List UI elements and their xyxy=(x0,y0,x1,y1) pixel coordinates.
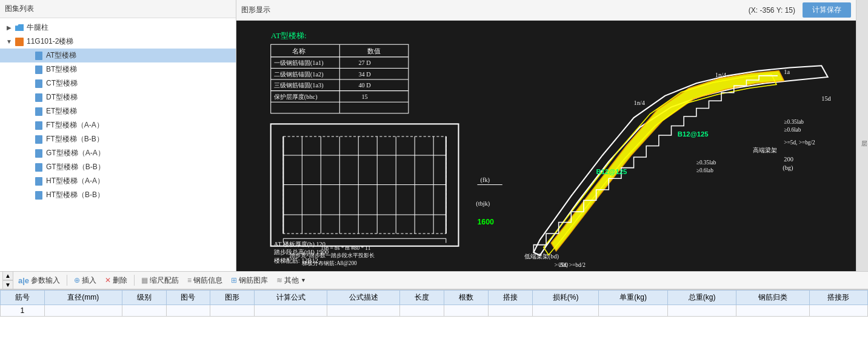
param-input-button[interactable]: a|e 参数输入 xyxy=(15,274,64,287)
tree-label: HT型楼梯（A-A） xyxy=(46,176,104,186)
left-panel: 图集列表 ▶牛腿柱▼11G101-2楼梯AT型楼梯BT型楼梯CT型楼梯DT型楼梯… xyxy=(0,0,236,271)
sep2 xyxy=(134,275,135,286)
cell-1-12[interactable] xyxy=(667,305,736,317)
col-header-1: 直径(mm) xyxy=(44,291,122,305)
other-label: 其他 xyxy=(284,275,299,286)
main-container: 图集列表 ▶牛腿柱▼11G101-2楼梯AT型楼梯BT型楼梯CT型楼梯DT型楼梯… xyxy=(0,0,868,271)
page-icon xyxy=(34,177,44,186)
tree-item-gt-aa[interactable]: GT型楼梯（A-A） xyxy=(0,146,236,160)
right-panel: 图形显示 (X: -356 Y: 15) 计算保存 AT型楼梯: 名称 数值 xyxy=(236,0,856,271)
table-header-row: 筋号直径(mm)级别图号图形计算公式公式描述长度根数搭接损耗(%)单重(kg)总… xyxy=(1,291,868,305)
svg-text:一级钢筋锚固(1a1): 一级钢筋锚固(1a1) xyxy=(274,59,324,67)
svg-text:名称: 名称 xyxy=(292,47,305,55)
tree-item-et[interactable]: ET型楼梯 xyxy=(0,104,236,118)
svg-text:1sn = bs * m #80 * 11: 1sn = bs * m #80 * 11 xyxy=(321,245,370,251)
col-header-13: 钢筋归类 xyxy=(736,291,809,305)
tree-label: GT型楼梯（A-A） xyxy=(46,148,105,158)
svg-text:27 D: 27 D xyxy=(358,59,371,66)
cell-1-5[interactable] xyxy=(255,305,327,317)
tree-label: 牛腿柱 xyxy=(27,22,48,33)
left-panel-header: 图集列表 xyxy=(0,0,236,18)
tree-label: FT型楼梯（B-B） xyxy=(46,134,104,144)
delete-icon: ✕ xyxy=(105,276,111,284)
page-icon xyxy=(34,190,44,200)
tree-label: AT型楼梯 xyxy=(46,50,76,61)
move-down-button[interactable]: ▼ xyxy=(2,280,13,289)
cell-1-8[interactable] xyxy=(444,305,489,317)
spacer xyxy=(24,121,33,130)
move-up-button[interactable]: ▲ xyxy=(2,271,13,280)
svg-text:≥0.35lab: ≥0.35lab xyxy=(696,160,716,166)
rebar-info-button[interactable]: ≡ 钢筋信息 xyxy=(184,274,226,287)
dim-config-icon: ▦ xyxy=(141,276,148,284)
cell-1-6[interactable] xyxy=(327,305,400,317)
calc-save-button[interactable]: 计算保存 xyxy=(803,2,851,18)
tree-item-ft-bb[interactable]: FT型楼梯（B-B） xyxy=(0,132,236,146)
spacer xyxy=(24,93,33,102)
page-icon xyxy=(34,107,44,116)
col-header-10: 损耗(%) xyxy=(532,291,599,305)
spacer xyxy=(24,79,33,88)
svg-text:二级钢筋锚固(1a2): 二级钢筋锚固(1a2) xyxy=(274,71,324,78)
svg-text:200: 200 xyxy=(559,261,568,268)
rebar-diagram-button[interactable]: ⊞ 钢筋图库 xyxy=(227,274,272,287)
cell-1-14[interactable] xyxy=(809,305,868,317)
svg-text:AT 楼板厚度(h) 120: AT 楼板厚度(h) 120 xyxy=(274,241,326,248)
tree-label: FT型楼梯（A-A） xyxy=(46,120,104,130)
rebar-info-icon: ≡ xyxy=(187,276,192,284)
cell-1-10[interactable] xyxy=(532,305,599,317)
col-header-3: 图号 xyxy=(166,291,210,305)
spacer xyxy=(24,177,33,186)
tree-item-ht-bb[interactable]: HT型楼梯（B-B） xyxy=(0,188,236,202)
right-edge: 层 xyxy=(856,0,868,271)
svg-text:三级钢筋锚固(1a3): 三级钢筋锚固(1a3) xyxy=(274,82,324,89)
table-body: 1 xyxy=(1,305,868,317)
insert-label: 插入 xyxy=(82,275,96,286)
tree-item-11g101[interactable]: ▼11G101-2楼梯 xyxy=(0,35,236,49)
tree-item-ct[interactable]: CT型楼梯 xyxy=(0,76,236,90)
delete-button[interactable]: ✕ 删除 xyxy=(101,274,131,287)
spacer xyxy=(24,149,33,158)
svg-text:≥0.6lab: ≥0.6lab xyxy=(696,167,713,173)
page-icon xyxy=(34,79,44,89)
svg-text:(bg): (bg) xyxy=(783,164,793,172)
tree-label: HT型楼梯（B-B） xyxy=(46,190,104,200)
coords-display: (X: -356 Y: 15) xyxy=(749,6,795,15)
cell-1-7[interactable] xyxy=(400,305,444,317)
svg-text:(tbjk): (tbjk) xyxy=(476,200,490,207)
bottom-toolbar: ▲ ▼ a|e 参数输入 ⊕ 插入 ✕ 删除 ▦ 缩尺配筋 ≡ 钢筋信息 ⊞ 钢… xyxy=(0,271,868,289)
svg-text:B12@125: B12@125 xyxy=(678,130,709,138)
svg-text:≥0.6lab: ≥0.6lab xyxy=(784,127,801,133)
svg-text:保护层厚度(bhc): 保护层厚度(bhc) xyxy=(274,93,318,101)
tree-item-ht-aa[interactable]: HT型楼梯（A-A） xyxy=(0,174,236,188)
page-icon xyxy=(34,65,44,75)
insert-icon: ⊕ xyxy=(74,276,80,284)
spacer xyxy=(24,52,33,60)
tree-label: 11G101-2楼梯 xyxy=(27,36,73,47)
tree-item-gt-bb[interactable]: GT型楼梯（B-B） xyxy=(0,160,236,174)
cell-1-13[interactable] xyxy=(736,305,809,317)
cell-1-2[interactable] xyxy=(122,305,166,317)
dim-config-button[interactable]: ▦ 缩尺配筋 xyxy=(138,274,182,287)
tree-item-bt[interactable]: BT型楼梯 xyxy=(0,62,236,76)
tree-item-dt[interactable]: DT型楼梯 xyxy=(0,90,236,104)
cell-1-11[interactable] xyxy=(599,305,668,317)
data-table: 筋号直径(mm)级别图号图形计算公式公式描述长度根数搭接损耗(%)单重(kg)总… xyxy=(0,290,868,317)
col-header-5: 计算公式 xyxy=(255,291,327,305)
cell-1-1[interactable] xyxy=(44,305,122,317)
rebar-diagram-icon: ⊞ xyxy=(231,276,237,284)
param-input-icon: a|e xyxy=(18,276,29,285)
tree-item-ft-aa[interactable]: FT型楼梯（A-A） xyxy=(0,118,236,132)
cell-1-4[interactable] xyxy=(210,305,255,317)
other-button[interactable]: ≋ 其他 ▼ xyxy=(273,274,310,287)
tree-item-niujizhu[interactable]: ▶牛腿柱 xyxy=(0,21,236,35)
insert-button[interactable]: ⊕ 插入 xyxy=(70,274,100,287)
cell-1-3[interactable] xyxy=(166,305,210,317)
dim-config-label: 缩尺配筋 xyxy=(150,275,179,286)
tree-item-at[interactable]: AT型楼梯 xyxy=(0,49,236,62)
cell-1-9[interactable] xyxy=(489,305,533,317)
svg-text:数值: 数值 xyxy=(367,47,381,55)
spacer xyxy=(24,191,33,200)
page-icon xyxy=(34,51,44,61)
svg-text:高端梁架: 高端梁架 xyxy=(753,147,777,153)
